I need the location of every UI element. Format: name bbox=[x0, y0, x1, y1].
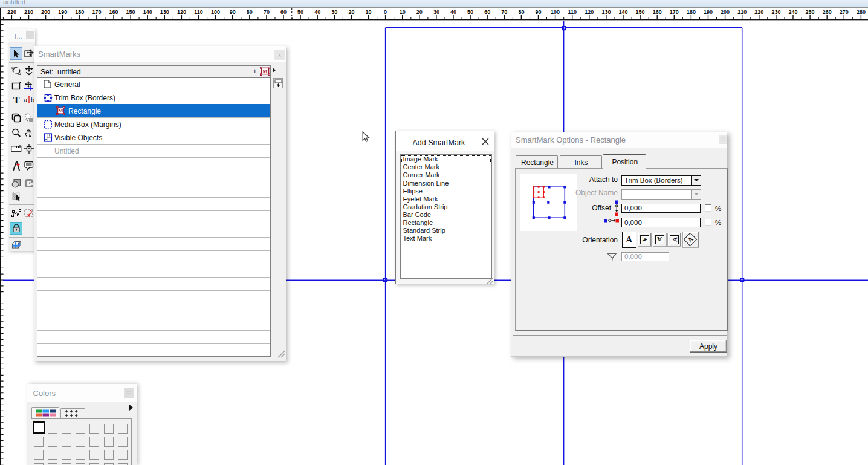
svg-text:a: a bbox=[24, 96, 28, 103]
svg-text:T: T bbox=[13, 95, 19, 105]
svg-text:M: M bbox=[262, 68, 268, 74]
svg-text:M: M bbox=[58, 108, 63, 114]
